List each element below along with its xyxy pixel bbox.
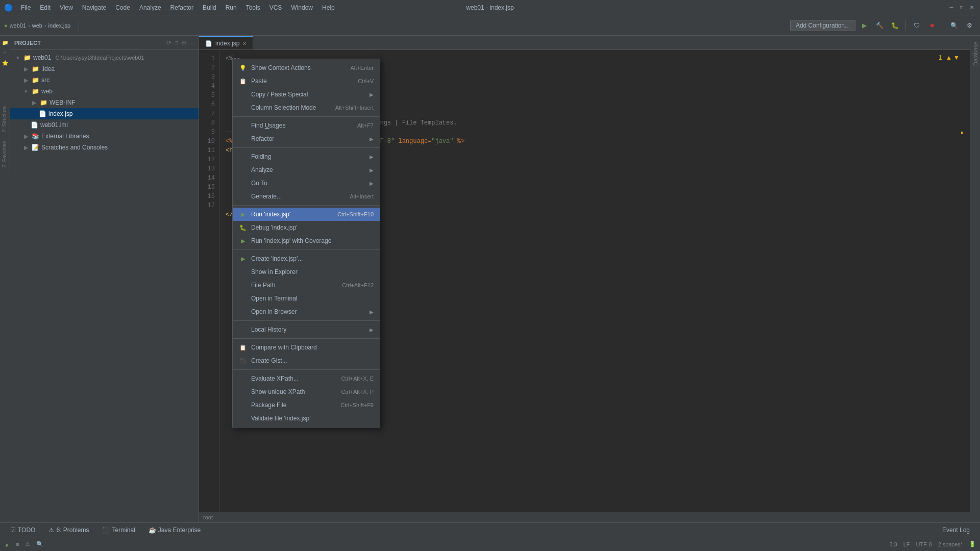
bottom-tab-todo[interactable]: ☑ TODO [4,523,41,537]
ctx-unique-xpath-label: Show unique XPath [251,388,337,395]
ctx-analyze-icon [239,166,247,174]
sidebar: Project ⟳ ≡ ⚙ ─ ▾ 📁 web01 C:\Users\ysy18… [10,36,199,522]
ctx-open-browser[interactable]: Open in Browser ▶ [233,305,380,318]
database-tab[interactable]: Database [970,38,981,70]
toolbar: ● web01 › web › index.jsp Add Configurat… [0,15,980,36]
settings-button[interactable]: ⚙ [963,19,976,32]
ctx-show-explorer[interactable]: Show in Explorer [233,265,380,279]
collapse-icon[interactable]: ≡ [175,39,178,46]
title-bar: 🔵 File Edit View Navigate Code Analyze R… [0,0,980,15]
navigate-up-icon[interactable]: ▲ [946,54,952,61]
ctx-find-icon [239,121,247,130]
find-button[interactable]: 🔍 [947,19,961,32]
ctx-debug-index[interactable]: 🐛 Debug 'index.jsp' [233,221,380,234]
ctx-browser-arrow: ▶ [370,309,374,315]
tree-item-indexjsp[interactable]: 📄 index.jsp [10,108,199,119]
close-button[interactable]: ✕ [968,4,976,12]
ctx-paste-icon: 📋 [239,77,247,85]
menu-refactor[interactable]: Refactor [166,3,198,13]
ctx-copy-paste-special[interactable]: Copy / Paste Special ▶ [233,88,380,101]
menu-navigate[interactable]: Navigate [78,3,110,13]
menu-analyze[interactable]: Analyze [135,3,165,13]
favorites-icon[interactable]: ⭐ [1,58,10,67]
ctx-local-history[interactable]: Local History ▶ [233,323,380,336]
tree-root[interactable]: ▾ 📁 web01 C:\Users\ysy18\IdeaProjects\we… [10,52,199,63]
tree-item-web01iml[interactable]: 📄 web01.iml [10,119,199,131]
tab-close-icon[interactable]: ✕ [242,41,247,46]
bottom-tab-problems[interactable]: ⚠ 6: Problems [42,523,95,537]
project-icon[interactable]: 📁 [1,38,10,47]
ctx-paste[interactable]: 📋 Paste Ctrl+V [233,74,380,88]
ctx-unique-xpath[interactable]: Show unique XPath Ctrl+Alt+X, P [233,385,380,398]
chevron-down-icon: ▾ [14,55,21,61]
ctx-analyze[interactable]: Analyze ▶ [233,163,380,177]
menu-edit[interactable]: Edit [36,3,55,13]
status-left: ▲ ≡ ⚠ 🔍 [4,541,43,547]
tree-item-web[interactable]: ▾ 📁 web [10,86,199,97]
menu-file[interactable]: File [17,3,35,13]
event-log-tab[interactable]: Event Log [936,523,976,537]
tree-item-extlibs[interactable]: ▶ 📚 External Libraries [10,131,199,142]
ctx-goto[interactable]: Go To ▶ [233,177,380,190]
maximize-button[interactable]: □ [958,4,966,12]
sync-icon[interactable]: ⟳ [166,39,172,46]
ctx-refactor-icon [239,135,247,143]
bottom-tab-java-enterprise[interactable]: ☕ Java Enterprise [142,523,207,537]
menu-run[interactable]: Run [222,3,241,13]
tab-indexjsp[interactable]: 📄 index.jsp ✕ [199,36,253,49]
ctx-gist-icon: ⚫ [239,357,247,365]
menu-code[interactable]: Code [111,3,134,13]
inspect-icon: 🔍 [36,541,43,547]
run-coverage-button[interactable]: 🛡 [910,19,923,32]
tree-item-scratches[interactable]: ▶ 📝 Scratches and Consoles [10,142,199,153]
ctx-create-index[interactable]: ▶ Create 'index.jsp'... [233,252,380,265]
menu-vcs[interactable]: VCS [265,3,286,13]
build-button[interactable]: 🔨 [873,19,886,32]
ctx-generate[interactable]: Generate... Alt+Insert [233,190,380,203]
minimize-button[interactable]: ─ [947,4,955,12]
run-button[interactable]: ▶ [857,19,871,32]
menu-view[interactable]: View [56,3,77,13]
menu-tools[interactable]: Tools [242,3,264,13]
ctx-evaluate-xpath[interactable]: Evaluate XPath... Ctrl+Alt+X, E [233,372,380,385]
ctx-column-selection[interactable]: Column Selection Mode Alt+Shift+Insert [233,101,380,114]
folder-web-icon: 📁 [32,88,39,95]
stop-button[interactable]: ■ [925,19,939,32]
ctx-refactor[interactable]: Refactor ▶ [233,132,380,145]
menu-help[interactable]: Help [318,3,339,13]
structure-tab[interactable]: 2: Structure [0,102,9,137]
chevron-down-icon-web: ▾ [22,88,30,95]
ctx-folding-arrow: ▶ [370,154,374,160]
ctx-compare-clipboard[interactable]: 📋 Compare with Clipboard [233,341,380,354]
ctx-folding[interactable]: Folding ▶ [233,150,380,163]
terminal-icon: ⬛ [102,527,110,534]
navigate-down-icon[interactable]: ▼ [953,54,960,61]
ctx-validate-file[interactable]: Validate file 'index.jsp' [233,412,380,425]
ctx-create-gist[interactable]: ⚫ Create Gist... [233,354,380,367]
tree-item-idea[interactable]: ▶ 📁 .idea [10,63,199,74]
terminal-label: Terminal [112,527,135,534]
ctx-folding-label: Folding [251,153,363,160]
ctx-find-usages[interactable]: Find Usages Alt+F7 [233,119,380,132]
favorites-left-tab[interactable]: 2: Favorites [0,137,9,171]
ctx-run-coverage[interactable]: ▶ Run 'index.jsp' with Coverage [233,234,380,247]
settings-icon[interactable]: ⚙ [181,39,187,46]
bottom-tab-terminal[interactable]: ⬛ Terminal [96,523,141,537]
menu-window[interactable]: Window [287,3,317,13]
tree-item-src[interactable]: ▶ 📁 src [10,74,199,86]
tree-item-webinf[interactable]: ▶ 📁 WEB-INF [10,97,199,108]
app-icon: 🔵 [4,4,13,12]
ctx-sep-1 [233,116,380,117]
debug-button[interactable]: 🐛 [888,19,901,32]
line-ending: LF [903,541,910,547]
ctx-open-terminal[interactable]: Open in Terminal [233,292,380,305]
ctx-package-file[interactable]: Package File Ctrl+Shift+F9 [233,398,380,412]
ctx-show-context[interactable]: 💡 Show Context Actions Alt+Enter [233,61,380,74]
ctx-file-path[interactable]: File Path Ctrl+Alt+F12 [233,279,380,292]
structure-icon[interactable]: ≡ [1,48,10,57]
ctx-run-index[interactable]: ▶ Run 'index.jsp' Ctrl+Shift+F10 [233,208,380,221]
ctx-copy-paste-icon [239,90,247,98]
hide-icon[interactable]: ─ [190,39,194,46]
add-configuration-button[interactable]: Add Configuration... [790,20,855,31]
menu-build[interactable]: Build [199,3,220,13]
